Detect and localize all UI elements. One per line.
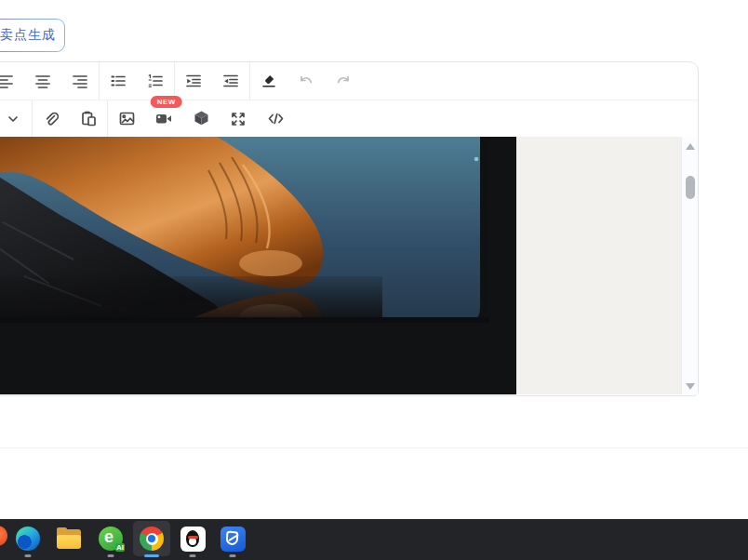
running-indicator [108, 554, 114, 557]
taskbar-360-browser-button[interactable]: e AI [92, 521, 129, 556]
file-explorer-icon [57, 529, 81, 549]
taskbar-qq-button[interactable] [174, 521, 211, 556]
toolbar-row-1 [0, 62, 698, 100]
ai-badge: AI [115, 543, 125, 552]
fullscreen-icon[interactable] [220, 100, 257, 138]
clipped-red-app-icon[interactable] [0, 526, 7, 546]
editor-content-area[interactable] [0, 137, 698, 394]
clear-format-icon[interactable] [250, 62, 287, 100]
indent-decrease-icon[interactable] [212, 62, 249, 100]
insert-video-icon[interactable]: NEW [145, 100, 182, 138]
edge-icon [16, 527, 40, 551]
browser-360-ai-icon: e AI [99, 527, 123, 551]
ordered-list-icon[interactable] [137, 62, 174, 100]
align-left-icon[interactable] [0, 62, 24, 100]
align-center-icon[interactable] [24, 62, 61, 100]
new-badge: NEW [151, 96, 182, 108]
source-code-icon[interactable] [257, 100, 294, 138]
taskbar-explorer-button[interactable] [50, 521, 87, 556]
undo-icon[interactable] [287, 62, 325, 100]
scroll-down-arrow[interactable] [686, 383, 695, 390]
taskbar-pc-manager-button[interactable] [214, 521, 251, 556]
align-right-icon[interactable] [61, 62, 99, 100]
browser-360-glyph: e [104, 527, 114, 547]
selling-point-generate-button[interactable]: 卖点生成 [0, 20, 64, 51]
scrollbar-thumb[interactable] [686, 176, 695, 199]
unordered-list-icon[interactable] [100, 62, 137, 100]
pc-manager-icon [220, 527, 246, 552]
content-scrollbar[interactable] [681, 137, 698, 394]
toolbar-row-2: NEW [0, 100, 698, 137]
running-indicator [230, 554, 236, 557]
product-photo [0, 137, 489, 323]
taskbar-edge-button[interactable] [9, 521, 47, 556]
page-divider-line [0, 447, 748, 448]
redo-icon[interactable] [325, 62, 362, 100]
paste-icon[interactable] [70, 100, 107, 138]
embedded-image-background [0, 137, 516, 394]
active-running-indicator [144, 554, 159, 557]
attachment-icon[interactable] [33, 100, 70, 138]
scroll-up-arrow[interactable] [686, 143, 695, 150]
side-preview-panel [516, 137, 681, 394]
running-indicator [190, 554, 196, 557]
chrome-icon [140, 527, 164, 551]
editor-panel: NEW [0, 61, 699, 396]
qq-icon [180, 527, 206, 552]
generate-button-border: 卖点生成 [0, 19, 65, 52]
windows-taskbar: e AI [0, 519, 748, 560]
indent-increase-icon[interactable] [175, 62, 212, 100]
running-indicator [25, 554, 32, 557]
insert-image-icon[interactable] [108, 100, 145, 138]
insert-3d-icon[interactable] [182, 100, 220, 138]
taskbar-chrome-button[interactable] [133, 521, 170, 556]
chevron-down-icon[interactable] [0, 100, 32, 138]
